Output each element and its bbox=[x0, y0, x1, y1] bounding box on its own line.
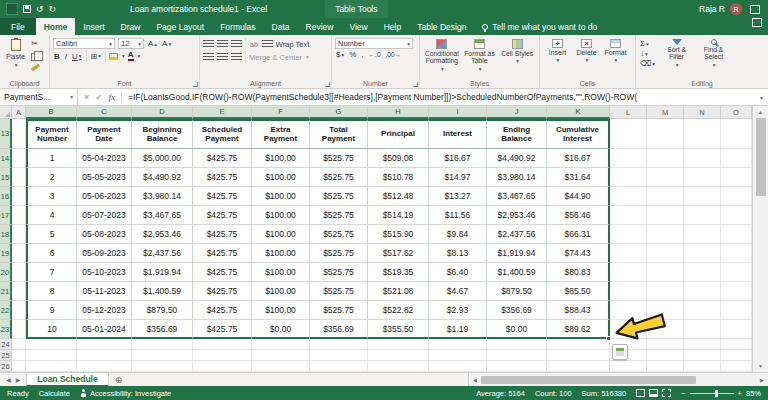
cell-O17[interactable] bbox=[721, 206, 752, 225]
column-header-J[interactable]: J bbox=[487, 106, 547, 119]
cell-N20[interactable] bbox=[684, 263, 721, 282]
cell-B24[interactable] bbox=[26, 339, 77, 350]
cell-E22[interactable]: $425.75 bbox=[193, 301, 252, 320]
cell-I14[interactable]: $16.67 bbox=[429, 149, 487, 168]
cell-J14[interactable]: $4,490.92 bbox=[487, 149, 547, 168]
cell-G19[interactable]: $525.75 bbox=[310, 244, 368, 263]
cell-A25[interactable] bbox=[12, 350, 26, 361]
sheet-tab-loan-schedule[interactable]: Loan Schedule bbox=[26, 373, 108, 387]
cell-D22[interactable]: $879.50 bbox=[132, 301, 193, 320]
cell-J19[interactable]: $1,919.94 bbox=[487, 244, 547, 263]
cell-L21[interactable] bbox=[610, 282, 647, 301]
cell-D25[interactable] bbox=[132, 350, 193, 361]
cell-F22[interactable]: $100.00 bbox=[252, 301, 310, 320]
cell-F25[interactable] bbox=[252, 350, 310, 361]
cell-K24[interactable] bbox=[547, 339, 610, 350]
align-middle-icon[interactable] bbox=[217, 40, 228, 48]
scroll-up-icon[interactable]: ▲ bbox=[753, 106, 768, 118]
vertical-scrollbar-thumb[interactable] bbox=[756, 118, 766, 196]
cell-F17[interactable]: $100.00 bbox=[252, 206, 310, 225]
cell-N13[interactable] bbox=[684, 119, 721, 149]
cell-J22[interactable]: $356.69 bbox=[487, 301, 547, 320]
comma-style-icon[interactable]: , bbox=[360, 50, 364, 59]
cell-M25[interactable] bbox=[647, 350, 684, 361]
row-header-18[interactable]: 18 bbox=[0, 225, 12, 244]
cell-E20[interactable]: $425.75 bbox=[193, 263, 252, 282]
cell-G17[interactable]: $525.75 bbox=[310, 206, 368, 225]
horizontal-scrollbar[interactable]: ◀ ▶ bbox=[468, 373, 768, 387]
cell-H20[interactable]: $519.35 bbox=[368, 263, 429, 282]
cell-C26[interactable] bbox=[77, 361, 132, 372]
fill-icon[interactable]: ↓▾ bbox=[639, 49, 656, 58]
cell-F21[interactable]: $100.00 bbox=[252, 282, 310, 301]
cell-E17[interactable]: $425.75 bbox=[193, 206, 252, 225]
page-break-view-icon[interactable] bbox=[662, 389, 671, 397]
cell-B14[interactable]: 1 bbox=[26, 149, 77, 168]
row-header-26[interactable]: 26 bbox=[0, 361, 12, 372]
italic-icon[interactable]: I bbox=[64, 52, 68, 61]
cell-N15[interactable] bbox=[684, 168, 721, 187]
cell-L15[interactable] bbox=[610, 168, 647, 187]
font-name-select[interactable]: Calibri ▾ bbox=[53, 38, 115, 49]
redo-icon[interactable]: ↻ bbox=[49, 5, 57, 14]
cell-G16[interactable]: $525.75 bbox=[310, 187, 368, 206]
cell-G22[interactable]: $525.75 bbox=[310, 301, 368, 320]
fill-color-icon[interactable] bbox=[109, 53, 118, 60]
column-header-K[interactable]: K bbox=[547, 106, 610, 119]
cell-A24[interactable] bbox=[12, 339, 26, 350]
percent-style-icon[interactable]: % bbox=[348, 50, 357, 59]
cell-C25[interactable] bbox=[77, 350, 132, 361]
cell-I20[interactable]: $6.40 bbox=[429, 263, 487, 282]
cell-J18[interactable]: $2,437.56 bbox=[487, 225, 547, 244]
cell-F16[interactable]: $100.00 bbox=[252, 187, 310, 206]
cell-O26[interactable] bbox=[721, 361, 752, 372]
cell-B21[interactable]: 8 bbox=[26, 282, 77, 301]
cell-B19[interactable]: 6 bbox=[26, 244, 77, 263]
cell-G18[interactable]: $525.75 bbox=[310, 225, 368, 244]
cell-L17[interactable] bbox=[610, 206, 647, 225]
cell-N18[interactable] bbox=[684, 225, 721, 244]
column-header-C[interactable]: C bbox=[77, 106, 132, 119]
cell-I22[interactable]: $2.93 bbox=[429, 301, 487, 320]
row-header-20[interactable]: 20 bbox=[0, 263, 12, 282]
cell-E13[interactable]: Scheduled Payment bbox=[193, 119, 252, 149]
cell-K26[interactable] bbox=[547, 361, 610, 372]
cell-C22[interactable]: 05-12-2023 bbox=[77, 301, 132, 320]
cell-H19[interactable]: $517.62 bbox=[368, 244, 429, 263]
wrap-text-label[interactable]: Wrap Text bbox=[276, 40, 310, 49]
cell-L26[interactable] bbox=[610, 361, 647, 372]
row-header-14[interactable]: 14 bbox=[0, 149, 12, 168]
bold-icon[interactable]: B bbox=[53, 52, 61, 61]
cell-K16[interactable]: $44.90 bbox=[547, 187, 610, 206]
cell-B15[interactable]: 2 bbox=[26, 168, 77, 187]
row-header-25[interactable]: 25 bbox=[0, 350, 12, 361]
format-painter-icon[interactable] bbox=[31, 64, 40, 72]
tab-home[interactable]: Home bbox=[36, 18, 76, 35]
share-icon[interactable] bbox=[752, 18, 762, 27]
page-layout-view-icon[interactable] bbox=[649, 389, 658, 397]
cell-E16[interactable]: $425.75 bbox=[193, 187, 252, 206]
conditional-formatting-button[interactable]: Conditional Formatting ▾ bbox=[423, 37, 461, 72]
cell-B18[interactable]: 5 bbox=[26, 225, 77, 244]
format-cells-button[interactable]: Format ▾ bbox=[601, 37, 630, 63]
underline-icon[interactable]: U▾ bbox=[71, 52, 83, 61]
tell-me-box[interactable]: Tell me what you want to do bbox=[474, 18, 605, 35]
cell-F23[interactable]: $0.00 bbox=[252, 320, 310, 339]
cell-G20[interactable]: $525.75 bbox=[310, 263, 368, 282]
autosum-icon[interactable]: Σ▾ bbox=[639, 39, 656, 48]
accessibility-status[interactable]: Accessibility: Investigate bbox=[80, 389, 171, 398]
align-center-icon[interactable] bbox=[217, 53, 228, 61]
cell-D20[interactable]: $1,919.94 bbox=[132, 263, 193, 282]
cell-A21[interactable] bbox=[12, 282, 26, 301]
zoom-in-icon[interactable]: + bbox=[738, 389, 742, 398]
row-header-13[interactable]: 13 bbox=[0, 119, 12, 149]
cell-I15[interactable]: $14.97 bbox=[429, 168, 487, 187]
excel-app-icon[interactable] bbox=[6, 3, 18, 15]
number-format-select[interactable]: Number ▾ bbox=[335, 38, 413, 49]
clear-icon[interactable]: ⌫▾ bbox=[639, 59, 656, 68]
cell-M18[interactable] bbox=[647, 225, 684, 244]
align-left-icon[interactable] bbox=[203, 53, 214, 61]
expand-formula-bar-icon[interactable]: ▾ bbox=[755, 94, 768, 101]
cell-N25[interactable] bbox=[684, 350, 721, 361]
cell-H26[interactable] bbox=[368, 361, 429, 372]
